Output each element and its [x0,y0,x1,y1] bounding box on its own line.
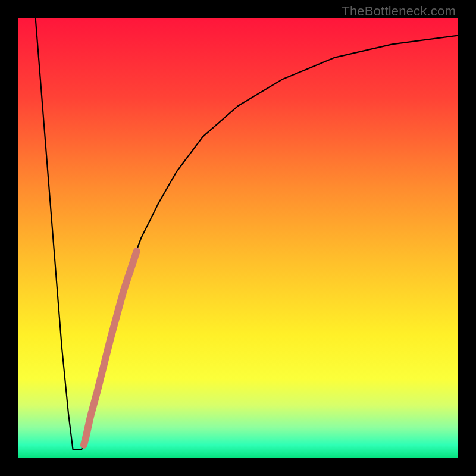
chart-svg [18,18,458,458]
gradient-background [18,18,458,458]
dot-marker [87,414,93,419]
dot-marker [92,394,98,400]
dot-marker [81,442,87,448]
chart-frame [18,18,458,458]
watermark-text: TheBottleneck.com [342,4,456,19]
